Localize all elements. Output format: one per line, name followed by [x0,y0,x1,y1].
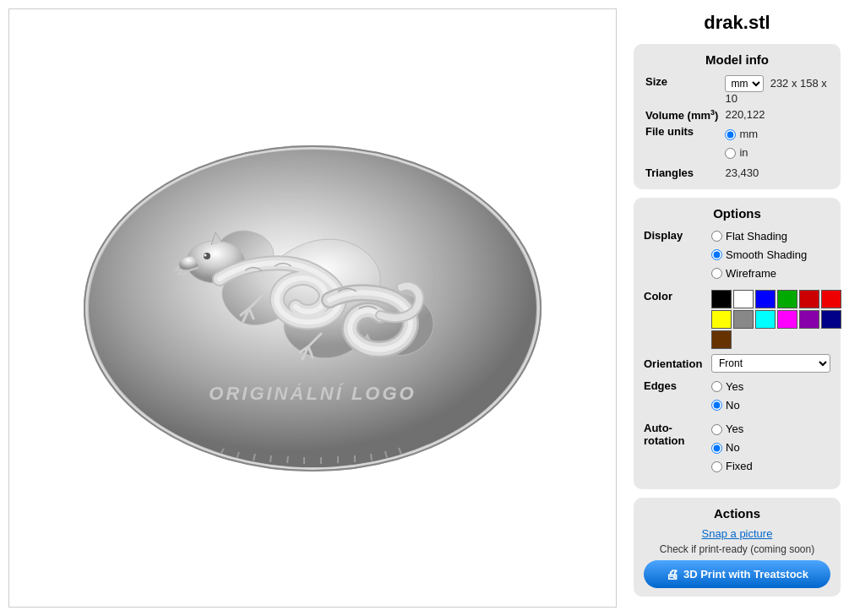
file-unit-in-label: in [739,144,748,162]
autorotation-yes-label: Yes [726,420,743,439]
file-unit-mm-label: mm [739,125,758,144]
display-smooth-radio[interactable] [711,249,722,260]
model-info-panel: Model info Size mm cm in 232 x 158 x 10 … [634,44,841,189]
print-icon: 🖨 [666,567,678,581]
triangles-label: Triangles [644,165,723,181]
display-wireframe-radio[interactable] [711,268,722,279]
edges-label: Edges [644,378,711,392]
svg-line-11 [270,455,271,462]
triangles-value: 23,430 [723,165,830,181]
color-swatch-red[interactable] [821,290,841,308]
color-grid [711,290,841,349]
print-treatstock-button[interactable]: 🖨 3D Print with Treatstock [644,560,830,588]
autorotation-no-label: No [726,439,740,457]
autorotation-yes-radio[interactable] [711,424,722,435]
options-title: Options [644,206,830,221]
color-swatch-cyan[interactable] [755,310,776,329]
color-swatch-brown[interactable] [711,330,732,349]
autorotation-fixed-radio[interactable] [711,461,722,472]
color-swatch-yellow[interactable] [711,310,732,329]
actions-title: Actions [644,506,830,521]
display-flat-label: Flat Shading [726,227,787,246]
file-unit-in-radio[interactable] [725,148,736,159]
svg-point-5 [204,253,207,256]
color-swatch-green[interactable] [777,290,797,308]
autorotation-label: Auto-rotation [644,420,711,447]
edges-no-radio[interactable] [711,400,722,411]
volume-label: Volume (mm3) [644,106,723,123]
options-panel: Options Display Flat Shading Smooth Shad… [634,198,841,490]
actions-panel: Actions Snap a picture Check if print-re… [634,498,841,597]
edges-no-label: No [726,396,740,415]
color-label: Color [644,288,711,303]
file-unit-mm-radio[interactable] [725,129,736,140]
color-swatch-white[interactable] [733,290,754,308]
3d-viewer: ORIGINÁLNÍ LOGO ORIGINÁLNÍ LOGO [8,8,617,608]
color-swatch-blue[interactable] [755,290,776,308]
size-label: Size [644,74,723,106]
display-wireframe-label: Wireframe [726,264,776,283]
display-smooth-label: Smooth Shading [726,246,807,264]
autorotation-fixed-label: Fixed [726,457,753,476]
snap-picture-link[interactable]: Snap a picture [644,527,830,540]
color-swatch-magenta[interactable] [777,310,797,329]
display-label: Display [644,227,711,242]
file-units-label: File units [644,123,723,164]
orientation-label: Orientation [644,356,711,370]
unit-select[interactable]: mm cm in [725,75,764,92]
sidebar: drak.stl Model info Size mm cm in 232 x … [625,0,849,616]
svg-text:ORIGINÁLNÍ LOGO: ORIGINÁLNÍ LOGO [209,383,416,404]
display-flat-radio[interactable] [711,231,722,242]
color-swatch-red-dark[interactable] [799,290,819,308]
edges-yes-radio[interactable] [711,381,722,392]
svg-line-12 [287,456,288,463]
color-swatch-purple[interactable] [799,310,819,329]
svg-line-17 [371,454,372,461]
check-print-text: Check if print-ready (coming soon) [644,543,830,555]
color-swatch-black[interactable] [711,290,732,308]
autorotation-no-radio[interactable] [711,443,722,454]
color-swatch-gray[interactable] [733,310,754,329]
orientation-select[interactable]: Front Back Left Right Top Bottom [711,354,830,373]
model-info-title: Model info [644,52,830,67]
print-btn-label: 3D Print with Treatstock [683,568,808,581]
volume-value: 220,122 [723,106,830,123]
coin-model: ORIGINÁLNÍ LOGO ORIGINÁLNÍ LOGO [68,131,558,486]
edges-yes-label: Yes [726,378,743,396]
color-swatch-navy[interactable] [821,310,841,329]
file-title: drak.stl [634,7,841,35]
